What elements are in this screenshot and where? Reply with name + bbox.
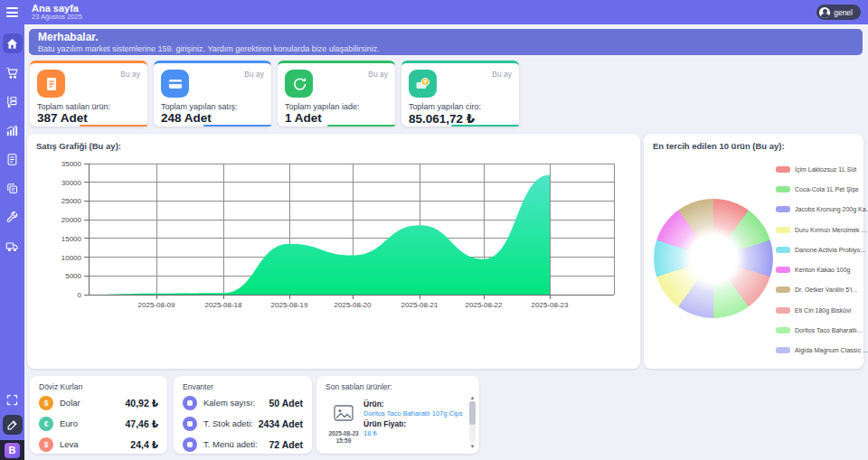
donut-hole bbox=[654, 199, 773, 318]
stat-period-label: Bu ay bbox=[368, 70, 388, 79]
sidebar-item-ledger[interactable] bbox=[3, 149, 23, 169]
stat-label: Toplam yapılan satış: bbox=[161, 102, 238, 111]
legend-swatch bbox=[776, 286, 790, 293]
stat-label: Toplam satılan ürün: bbox=[37, 102, 110, 111]
stat-label: Toplam yapılan ciro: bbox=[409, 102, 481, 111]
edit-note-icon bbox=[5, 418, 19, 432]
stat-accent-underline bbox=[80, 125, 147, 127]
handtruck-icon bbox=[5, 95, 19, 108]
user-avatar-icon bbox=[819, 7, 830, 18]
x-tick: 2025-08-21 bbox=[401, 301, 439, 309]
scroll-down-icon[interactable]: ▼ bbox=[470, 443, 476, 450]
top-products-title: En tercih edilen 10 ürün (Bu ay): bbox=[644, 134, 863, 151]
currency-row: € Euro 47,46 ₺ bbox=[39, 414, 158, 433]
inventory-row: Kalem sayısı: 50 Adet bbox=[183, 393, 303, 412]
product-label: Ürün: bbox=[363, 399, 467, 408]
inventory-card: Envanter Kalem sayısı: 50 Adet T. Stok a… bbox=[174, 376, 312, 454]
inventory-row: T. Menü adeti: 72 Adet bbox=[183, 435, 303, 454]
y-tick: 35000 bbox=[61, 160, 82, 168]
stat-value: 85.061,72 ₺ bbox=[409, 111, 475, 126]
currency-card: Döviz Kurları $ Dolar 40,92 ₺ € Euro 47,… bbox=[30, 376, 167, 454]
menu-count-icon bbox=[183, 437, 197, 452]
y-tick: 0 bbox=[78, 291, 82, 299]
stat-label: Toplam yapılan iade: bbox=[285, 102, 360, 111]
legend-item[interactable]: Jacobs Kronung 200g Ka... bbox=[776, 200, 868, 220]
stat-accent-underline bbox=[203, 125, 271, 127]
user-menu-button[interactable]: genel bbox=[816, 5, 861, 20]
receipt-icon bbox=[37, 70, 65, 98]
top-header: Ana sayfa 23 Ağustos 2025 genel bbox=[0, 0, 868, 24]
scroll-up-icon[interactable]: ▲ bbox=[470, 394, 476, 401]
y-tick: 25000 bbox=[61, 197, 82, 205]
sidebar: B bbox=[0, 24, 24, 460]
item-count-icon bbox=[183, 396, 197, 410]
stat-value: 1 Adet bbox=[285, 111, 322, 125]
sidebar-item-statistics[interactable] bbox=[3, 120, 23, 140]
stat-card-sales: Bu ay Toplam yapılan satış: 248 Adet bbox=[154, 61, 271, 127]
legend-item[interactable]: İçim Laktozsuz 1L Süt bbox=[776, 159, 868, 179]
inventory-title: Envanter bbox=[183, 382, 303, 391]
legend-item[interactable]: Dr. Oetker Vanilin 5'l... bbox=[776, 280, 868, 300]
edit-note-button[interactable] bbox=[3, 415, 23, 435]
stock-count-icon bbox=[183, 417, 197, 431]
legend-item[interactable]: Kenton Kakao 100g bbox=[776, 259, 868, 279]
legend-item[interactable]: Algida Magnum Classic ... bbox=[776, 341, 868, 361]
app-logo-letter: B bbox=[5, 443, 20, 458]
sidebar-item-handtruck[interactable] bbox=[3, 91, 23, 111]
sale-timestamp: 2025-08-23 15:59 bbox=[328, 430, 358, 446]
price-label: Ürün Fiyatı: bbox=[363, 419, 467, 428]
legend-item[interactable]: Duru Kırmızı Mercimek ... bbox=[776, 220, 868, 239]
copy-icon bbox=[5, 182, 19, 195]
list-scrollbar[interactable]: ▲ ▼ bbox=[468, 394, 476, 450]
y-tick: 10000 bbox=[61, 254, 82, 262]
credit-card-icon bbox=[161, 70, 189, 98]
welcome-banner: Merhabalar. Batu yazılım market sistemle… bbox=[27, 27, 864, 57]
sidebar-item-documents[interactable] bbox=[3, 178, 23, 198]
truck-icon bbox=[5, 239, 19, 253]
legend-item[interactable]: Coca-Cola 1L Pet Şişe bbox=[776, 179, 868, 199]
x-tick: 2025-08-23 bbox=[532, 301, 569, 309]
inventory-row: T. Stok adeti: 2434 Adet bbox=[183, 414, 303, 433]
legend-swatch bbox=[776, 347, 790, 353]
stat-value: 248 Adet bbox=[161, 111, 212, 125]
money-icon bbox=[409, 70, 437, 98]
sales-chart-panel: Satış Grafiği (Bu ay): 35000 30000 25000… bbox=[27, 134, 640, 369]
welcome-subtitle: Batu yazılım market sistemlerine 159. gi… bbox=[38, 44, 854, 53]
legend-swatch bbox=[776, 166, 790, 173]
x-tick: 2025-08-18 bbox=[205, 301, 242, 309]
legend-item[interactable]: Eti Cin 180g Bisküvi bbox=[776, 300, 868, 320]
return-icon bbox=[285, 70, 313, 98]
recent-sales-list-item: 2025-08-23 15:59 Ürün: Doritos Taco Baha… bbox=[324, 396, 467, 449]
legend-swatch bbox=[776, 186, 790, 192]
scroll-track[interactable] bbox=[469, 401, 476, 443]
sidebar-item-delivery[interactable] bbox=[3, 236, 23, 256]
cart-icon bbox=[5, 66, 19, 80]
hamburger-menu-icon[interactable] bbox=[0, 0, 24, 24]
sidebar-item-tools[interactable] bbox=[3, 207, 23, 227]
fullscreen-icon bbox=[5, 393, 19, 407]
fullscreen-button[interactable] bbox=[3, 390, 23, 409]
scroll-thumb[interactable] bbox=[469, 401, 476, 425]
product-image-placeholder-icon bbox=[334, 405, 354, 421]
legend-item[interactable]: Danone Activia Probiyo... bbox=[776, 239, 868, 259]
legend-swatch bbox=[776, 247, 790, 253]
wrench-icon bbox=[5, 211, 19, 224]
welcome-title: Merhabalar. bbox=[38, 31, 854, 43]
stat-cards-row: Bu ay Toplam satılan ürün: 387 Adet Bu a… bbox=[30, 61, 519, 127]
x-tick: 2025-08-09 bbox=[138, 301, 175, 309]
bar-chart-icon bbox=[5, 124, 19, 137]
sidebar-item-cart[interactable] bbox=[3, 62, 23, 82]
sidebar-item-home[interactable] bbox=[3, 33, 23, 53]
recent-sales-card: Son satılan ürünler: 2025-08-23 15:59 Ür… bbox=[316, 376, 479, 454]
legend-swatch bbox=[776, 327, 790, 333]
app-logo[interactable]: B bbox=[0, 440, 24, 460]
legend-swatch bbox=[776, 227, 790, 233]
top-products-panel: En tercih edilen 10 ürün (Bu ay): İçim L… bbox=[644, 134, 863, 369]
legend-item[interactable]: Doritos Taco Baharatlı... bbox=[776, 320, 868, 340]
stat-accent-underline bbox=[327, 125, 395, 127]
price-value[interactable]: 18 ₺ bbox=[363, 429, 467, 437]
product-link[interactable]: Doritos Taco Baharatlı 107g Cips bbox=[363, 409, 467, 418]
sales-area-series bbox=[89, 174, 550, 295]
user-name: genel bbox=[834, 8, 853, 17]
y-tick: 15000 bbox=[61, 235, 82, 243]
